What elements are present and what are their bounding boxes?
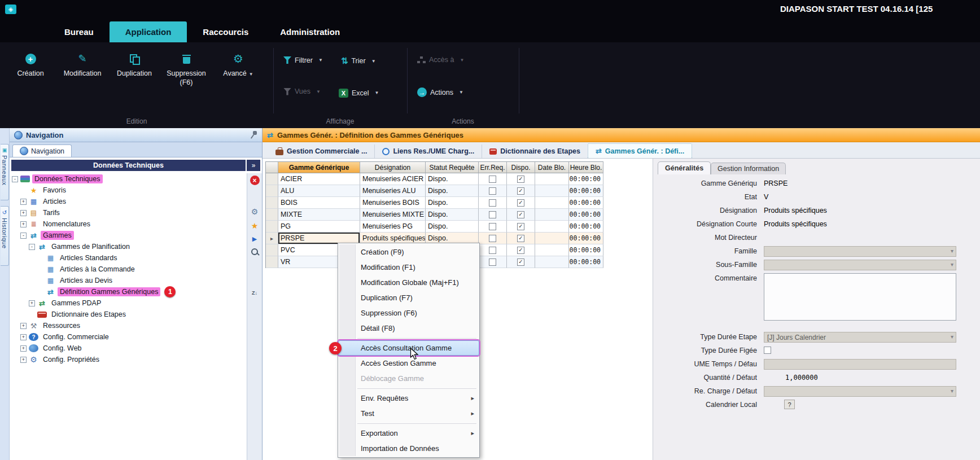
- table-row-mixte[interactable]: MIXTEMenuiseries MIXTEDispo.✓00:00:00: [266, 209, 603, 221]
- context-menu-item-test[interactable]: Test▸: [338, 406, 479, 421]
- sort-za-icon[interactable]: Z↓: [252, 290, 257, 296]
- column-header-err-req[interactable]: Err.Req.: [479, 162, 507, 173]
- expander-icon[interactable]: -: [12, 176, 18, 182]
- tab-navigation[interactable]: Navigation: [12, 144, 72, 157]
- tree-item-config-commerciale[interactable]: +?Config. Commerciale: [10, 331, 247, 343]
- ribbon-button-trier[interactable]: ⇅Trier▼: [341, 56, 376, 66]
- help-button[interactable]: ?: [784, 400, 795, 409]
- ribbon-button-avance[interactable]: ⚙Avancé▼: [212, 48, 264, 87]
- field-select-re-charge-defaut[interactable]: [764, 386, 956, 397]
- checkbox-err-req[interactable]: [489, 223, 496, 230]
- freeze-icon[interactable]: ⚙: [251, 207, 259, 216]
- field-select-famille[interactable]: [764, 246, 956, 257]
- menu-tab-bureau[interactable]: Bureau: [49, 21, 110, 42]
- expander-icon[interactable]: +: [20, 357, 27, 363]
- menu-tab-administration[interactable]: Administration: [264, 21, 356, 42]
- table-row-pg[interactable]: PGMenuiseries PGDispo.✓00:00:00: [266, 221, 603, 233]
- checkbox-err-req[interactable]: [489, 199, 496, 207]
- favorite-icon[interactable]: ★: [251, 221, 259, 230]
- column-header-dispo[interactable]: Dispo.: [507, 162, 535, 173]
- checkbox-err-req[interactable]: [489, 247, 496, 254]
- checkbox-dispo[interactable]: ✓: [517, 176, 524, 183]
- column-header-heure-blo[interactable]: Heure Blo.: [569, 162, 603, 173]
- context-menu-item-modification-f1[interactable]: Modification (F1): [338, 260, 479, 275]
- document-tab-liens-res-ume-charg[interactable]: Liens Res./UME Charg...: [374, 144, 482, 158]
- table-row-alu[interactable]: ALUMenuiseries ALUDispo.✓00:00:00: [266, 185, 603, 197]
- expander-icon[interactable]: +: [20, 334, 27, 340]
- ribbon-button-acces-a[interactable]: Accès à▼: [417, 56, 464, 64]
- tree-item-gammes-pdap[interactable]: +⇄Gammes PDAP: [10, 297, 247, 309]
- checkbox-dispo[interactable]: ✓: [517, 247, 524, 254]
- tree-item-definition-gammes-generiques[interactable]: ⇄Définition Gammes Génériques1: [10, 286, 247, 297]
- field-select-type-duree-etape[interactable]: [J] Jours Calendrier: [764, 332, 956, 343]
- column-header-designation[interactable]: Désignation: [360, 162, 426, 173]
- tab-generalites[interactable]: Généralités: [658, 161, 711, 174]
- side-tab-panneaux[interactable]: ▣ Panneaux: [1, 144, 9, 200]
- table-row-bois[interactable]: BOISMenuiseries BOISDispo.✓00:00:00: [266, 197, 603, 209]
- checkbox-err-req[interactable]: [489, 211, 496, 218]
- ribbon-button-filtrer[interactable]: Filtrer▼: [283, 56, 323, 64]
- tree-item-config-web[interactable]: +Config. Web: [10, 343, 247, 354]
- expander-icon[interactable]: +: [29, 300, 35, 306]
- checkbox-dispo[interactable]: ✓: [517, 223, 524, 230]
- document-tab-gammes-gener-defi[interactable]: ⇄Gammes Génér. : Défi...: [588, 143, 692, 158]
- context-menu-item-importation-de-donnees[interactable]: Importation de Données: [338, 441, 479, 456]
- expander-icon[interactable]: +: [20, 210, 27, 216]
- field-textarea-commentaire[interactable]: [764, 273, 956, 321]
- context-menu-item-exportation[interactable]: Exportation▸: [338, 426, 479, 441]
- expander-icon[interactable]: +: [20, 221, 27, 227]
- expander-icon[interactable]: +: [20, 323, 27, 329]
- tree-item-articles-a-la-commande[interactable]: ▦Articles à la Commande: [10, 264, 247, 275]
- ribbon-button-duplication[interactable]: Duplication: [108, 48, 160, 87]
- close-icon[interactable]: ×: [250, 176, 260, 185]
- expander-icon[interactable]: -: [29, 244, 35, 250]
- ribbon-button-actions[interactable]: →Actions▼: [417, 87, 463, 97]
- checkbox-dispo[interactable]: ✓: [517, 199, 524, 207]
- context-menu-item-detail-f8[interactable]: Détail (F8): [338, 321, 479, 336]
- column-header-date-blo[interactable]: Date Blo.: [535, 162, 569, 173]
- tree-collapse-button[interactable]: »: [247, 160, 260, 171]
- field-input-ume-temps-defau[interactable]: [764, 359, 956, 370]
- tree-item-ressources[interactable]: +⚒Ressources: [10, 320, 247, 331]
- expander-icon[interactable]: -: [20, 233, 27, 239]
- column-header-gamme-generique[interactable]: Gamme Générique: [278, 162, 360, 173]
- column-header-selector[interactable]: [266, 162, 278, 173]
- checkbox-err-req[interactable]: [489, 259, 496, 266]
- expander-icon[interactable]: +: [20, 345, 27, 352]
- context-menu-item-suppression-f6[interactable]: Suppression (F6): [338, 305, 479, 321]
- tree-item-articles-au-devis[interactable]: ▦Articles au Devis: [10, 275, 247, 286]
- side-tab-historique[interactable]: ↺ Historique: [1, 206, 9, 266]
- tree-item-dictionnaire-des-etapes[interactable]: Dictionnaire des Etapes: [10, 309, 247, 320]
- tree-item-tarifs[interactable]: +▤Tarifs: [10, 207, 247, 218]
- ribbon-button-suppression-f6[interactable]: Suppression (F6): [160, 48, 212, 87]
- tab-gestion-information[interactable]: Gestion Information: [711, 163, 786, 174]
- search-icon[interactable]: [251, 248, 259, 256]
- tree-item-gammes-de-planification[interactable]: -⇄Gammes de Planification: [10, 241, 247, 252]
- checkbox-dispo[interactable]: ✓: [517, 235, 524, 242]
- tree-item-nomenclatures[interactable]: +≣Nomenclatures: [10, 218, 247, 230]
- table-row-acier[interactable]: ACIERMenuiseries ACIERDispo.✓00:00:00: [266, 173, 603, 185]
- document-tab-dictionnaire-des-etapes[interactable]: Dictionnaire des Etapes: [482, 144, 588, 158]
- tree-item-gammes[interactable]: -⇄Gammes: [10, 230, 247, 241]
- context-menu-item-creation-f9[interactable]: Création (F9): [338, 244, 479, 260]
- context-menu-item-acces-gestion-gamme[interactable]: Accès Gestion Gamme: [338, 356, 479, 371]
- pin-icon[interactable]: [251, 131, 257, 139]
- checkbox-err-req[interactable]: [489, 235, 496, 242]
- go-arrow-icon[interactable]: ▶: [252, 235, 257, 243]
- checkbox-dispo[interactable]: ✓: [517, 211, 524, 218]
- ribbon-button-creation[interactable]: +Création: [5, 48, 56, 87]
- context-menu-item-env-requetes[interactable]: Env. Requêtes▸: [338, 391, 479, 406]
- checkbox-err-req[interactable]: [489, 187, 496, 195]
- menu-tab-raccourcis[interactable]: Raccourcis: [187, 21, 264, 42]
- tree-item-favoris[interactable]: ★Favoris: [10, 185, 247, 196]
- tree-item-articles[interactable]: +▦Articles: [10, 196, 247, 207]
- tree-item-donnees-techniques[interactable]: -Données Techniques: [10, 173, 247, 185]
- context-menu-item-acces-consultation-gamme[interactable]: Accès Consultation Gamme2: [338, 340, 479, 356]
- ribbon-button-modification[interactable]: ✎Modification: [56, 48, 108, 87]
- document-tab-gestion-commerciale[interactable]: Gestion Commerciale ...: [268, 144, 374, 158]
- ribbon-button-excel[interactable]: XExcel▼: [339, 89, 379, 98]
- checkbox-dispo[interactable]: ✓: [517, 187, 524, 195]
- context-menu-item-duplication-f7[interactable]: Duplication (F7): [338, 290, 479, 305]
- tree-item-articles-standards[interactable]: ▦Articles Standards: [10, 252, 247, 264]
- checkbox-err-req[interactable]: [489, 176, 496, 183]
